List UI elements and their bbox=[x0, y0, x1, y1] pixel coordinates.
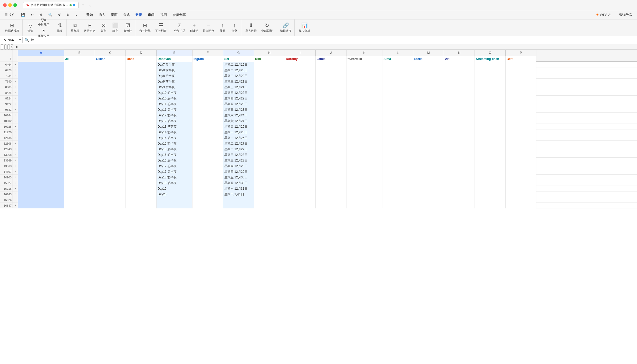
row-num-11770[interactable]: 11770 bbox=[0, 129, 13, 135]
expand-15718[interactable]: + bbox=[13, 186, 18, 191]
cell-16143-G[interactable]: 星期天 1月1日 bbox=[223, 191, 254, 197]
cell-7334-E[interactable]: Day8 后半夜 bbox=[157, 73, 192, 79]
cell-8724-E[interactable]: Day10 后半夜 bbox=[157, 96, 192, 101]
expand-13669[interactable]: + bbox=[13, 158, 18, 163]
col-header-P[interactable]: P bbox=[506, 50, 536, 56]
expand-16143[interactable]: + bbox=[13, 191, 18, 197]
cell-15718-G[interactable]: 星期六 12月31日 bbox=[223, 186, 254, 191]
tab-dropdown[interactable]: ⌄ bbox=[89, 3, 92, 7]
col-header-H[interactable]: H bbox=[254, 50, 285, 56]
close-button[interactable] bbox=[3, 3, 7, 7]
cell-6464-J[interactable] bbox=[316, 62, 346, 67]
compare-button[interactable]: ⊟ 数据对比 bbox=[82, 21, 97, 34]
expand-8425[interactable]: + bbox=[13, 90, 18, 96]
menu-save[interactable]: 💾 bbox=[18, 12, 28, 18]
cell-6464-I[interactable] bbox=[285, 62, 316, 67]
cell-1-A[interactable] bbox=[18, 56, 64, 62]
expand-12135[interactable]: + bbox=[13, 135, 18, 141]
menu-undo[interactable]: ↺ bbox=[55, 12, 63, 18]
formula-input[interactable] bbox=[36, 37, 635, 43]
create-group-button[interactable]: + 创建组 bbox=[188, 22, 200, 34]
row-num-15327[interactable]: 15327 bbox=[0, 180, 13, 186]
cell-6978-E[interactable]: Day8 前半夜 bbox=[157, 67, 192, 73]
outline-2[interactable]: 2 bbox=[4, 44, 7, 49]
cell-6464-O[interactable] bbox=[475, 62, 506, 67]
menu-formula[interactable]: 公式 bbox=[121, 12, 132, 18]
expand-9122[interactable]: + bbox=[13, 101, 18, 107]
cell-1-C[interactable]: Gillian bbox=[95, 56, 126, 62]
cell-10925-E[interactable]: Day13 圣诞节 bbox=[157, 124, 192, 129]
col-header-J[interactable]: J bbox=[316, 50, 346, 56]
cell-12943-E[interactable]: Day15 后半夜 bbox=[157, 146, 192, 152]
cell-14307-G[interactable]: 星期四 12月29日 bbox=[223, 169, 254, 175]
col-header-B[interactable]: B bbox=[64, 50, 95, 56]
cell-6464-A[interactable] bbox=[18, 62, 64, 67]
menu-member[interactable]: 会员专享 bbox=[170, 12, 188, 18]
cell-14903-G[interactable]: 星期五 12月30日 bbox=[223, 175, 254, 180]
cell-1-M[interactable]: Stella bbox=[413, 56, 444, 62]
fold-button[interactable]: ↕ 折叠 bbox=[229, 22, 240, 34]
cell-8009-E[interactable]: Day9 后半夜 bbox=[157, 84, 192, 90]
pivot-table-button[interactable]: ⊞ 数据透视表 bbox=[3, 21, 21, 34]
split-button[interactable]: ⊠ 分列 bbox=[98, 21, 109, 34]
expand-10925[interactable]: + bbox=[13, 124, 18, 129]
cell-12508-E[interactable]: Day15 前半夜 bbox=[157, 141, 192, 146]
cell-1-N[interactable]: Art bbox=[444, 56, 475, 62]
cell-7640-E[interactable]: Day9 前半夜 bbox=[157, 79, 192, 84]
cell-1-I[interactable]: Dorothy bbox=[285, 56, 316, 62]
col-header-L[interactable]: L bbox=[382, 50, 413, 56]
row-num-10602[interactable]: 10602 bbox=[0, 118, 13, 124]
row-num-16143[interactable]: 16143 bbox=[0, 191, 13, 197]
menu-undo-icon[interactable]: ↩ bbox=[28, 12, 36, 18]
cell-13669-G[interactable]: 星期三 12月28日 bbox=[223, 158, 254, 163]
col-header-C[interactable]: C bbox=[95, 50, 126, 56]
cell-8724-G[interactable]: 星期四 12月22日 bbox=[223, 96, 254, 101]
expand-15327[interactable]: + bbox=[13, 180, 18, 186]
active-tab[interactable]: W 赛博朋克酒保行动 台词全收... bbox=[23, 2, 79, 8]
cell-6464-M[interactable] bbox=[413, 62, 444, 67]
cell-10144-E[interactable]: Day12 前半夜 bbox=[157, 113, 192, 118]
menu-home[interactable]: 开始 bbox=[84, 12, 95, 18]
row-num-6464[interactable]: 6464 bbox=[0, 62, 13, 67]
row-num-8425[interactable]: 8425 bbox=[0, 90, 13, 96]
cell-6464-K[interactable] bbox=[346, 62, 382, 67]
cell-10602-E[interactable]: Day12 后半夜 bbox=[157, 118, 192, 124]
row-num-9122[interactable]: 9122 bbox=[0, 101, 13, 107]
cell-6464-G[interactable]: 星期二 12月19日 bbox=[223, 62, 254, 67]
menu-view[interactable]: 视图 bbox=[158, 12, 169, 18]
outline-1[interactable]: 1 bbox=[1, 44, 3, 49]
cell-6464-D[interactable] bbox=[126, 62, 157, 67]
edit-link-button[interactable]: 🔗 编辑链接 bbox=[278, 21, 293, 34]
expand-12508[interactable]: + bbox=[13, 141, 18, 146]
col-header-E[interactable]: E bbox=[157, 50, 192, 56]
expand-16826[interactable]: + bbox=[13, 197, 18, 203]
col-header-G[interactable]: G bbox=[223, 50, 254, 56]
row-num-10144[interactable]: 10144 bbox=[0, 113, 13, 118]
outline-3[interactable]: 3 bbox=[7, 44, 10, 49]
cell-1-B[interactable]: Jill bbox=[64, 56, 95, 62]
sort-button[interactable]: ⇅ 排序 bbox=[54, 21, 65, 34]
row-num-8724[interactable]: 8724 bbox=[0, 96, 13, 101]
cell-1-P[interactable]: Bett bbox=[506, 56, 536, 62]
collapse-all-button[interactable]: ◀ bbox=[14, 45, 19, 48]
cell-13268-G[interactable]: 星期三 12月28日 bbox=[223, 152, 254, 158]
cell-12943-G[interactable]: 星期二 12月27日 bbox=[223, 146, 254, 152]
cell-12135-G[interactable]: 星期一 12月26日 bbox=[223, 135, 254, 141]
row-num-16826[interactable]: 16826 bbox=[0, 197, 13, 203]
cell-6464-L[interactable] bbox=[382, 62, 413, 67]
expand-10144[interactable]: + bbox=[13, 113, 18, 118]
cell-1-D[interactable]: Dana bbox=[126, 56, 157, 62]
maximize-button[interactable] bbox=[13, 3, 17, 7]
col-header-F[interactable]: F bbox=[192, 50, 223, 56]
fill-button[interactable]: ⬜ 填充 bbox=[110, 21, 121, 34]
cell-10925-G[interactable]: 星期天 12月25日 bbox=[223, 124, 254, 129]
expand-14903[interactable]: + bbox=[13, 175, 18, 180]
row-num-10925[interactable]: 10925 bbox=[0, 124, 13, 129]
row-num-12508[interactable]: 12508 bbox=[0, 141, 13, 146]
cell-15718-E[interactable]: Day19 bbox=[157, 186, 192, 191]
row-num-15718[interactable]: 15718 bbox=[0, 186, 13, 191]
expand-6978[interactable]: + bbox=[13, 67, 18, 73]
menu-redo[interactable]: ↻ bbox=[64, 12, 72, 18]
col-header-D[interactable]: D bbox=[126, 50, 157, 56]
cell-10144-G[interactable]: 星期六 12月24日 bbox=[223, 113, 254, 118]
